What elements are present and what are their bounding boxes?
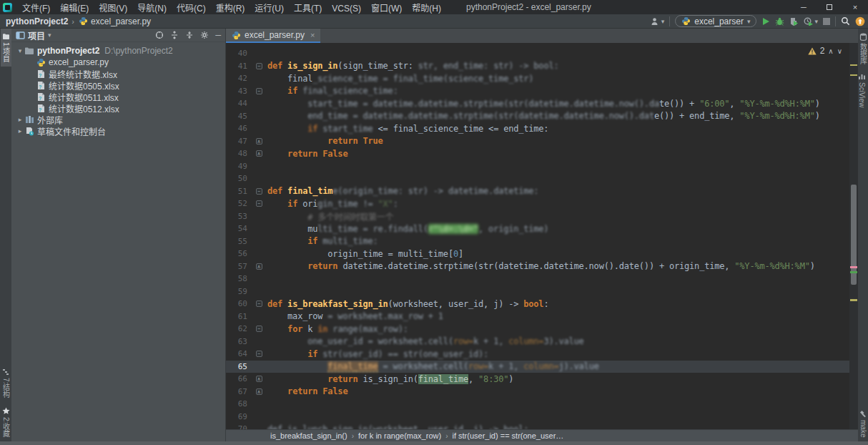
code-line[interactable]: 58: [226, 273, 849, 285]
run-button[interactable]: [761, 17, 770, 26]
code-line[interactable]: 70def is_lunch_sign_in(worksheet, user_i…: [226, 423, 849, 429]
code-line[interactable]: 68: [226, 398, 849, 411]
tool-window-button-database[interactable]: 数据库: [858, 29, 868, 69]
maximize-button[interactable]: [817, 0, 842, 14]
settings-gear-button[interactable]: [200, 31, 209, 39]
code-line[interactable]: 40: [226, 47, 849, 60]
next-problem-icon[interactable]: ∨: [837, 47, 842, 55]
fold-end-icon[interactable]: ∧: [250, 263, 267, 270]
select-opened-file-button[interactable]: [155, 31, 164, 39]
breadcrumb-item[interactable]: if str(user_id) == str(one_user…: [452, 431, 563, 440]
prev-problem-icon[interactable]: ∧: [828, 47, 833, 55]
tab-close-icon[interactable]: ×: [310, 31, 315, 39]
tree-item-______.xlsx[interactable]: ?最终统计数据.xlsx: [11, 68, 225, 79]
breadcrumb-project[interactable]: pythonProject2: [6, 16, 68, 26]
breadcrumb-item[interactable]: is_breakfast_sign_in(): [270, 431, 347, 440]
vcs-user-button[interactable]: ▾: [651, 17, 665, 26]
menu-item-e[interactable]: 编辑(E): [55, 2, 94, 15]
code-line-current[interactable]: 65 final_time = worksheet.cell(row=k + 1…: [226, 361, 849, 373]
tool-window-button-structure[interactable]: 7:结构: [1, 364, 11, 402]
code-line[interactable]: 63 one_user_id = worksheet.cell(row=k + …: [226, 336, 849, 348]
minimize-button[interactable]: ─: [791, 0, 817, 14]
tool-window-button-favorites[interactable]: 2:收藏: [1, 403, 11, 441]
code-line[interactable]: 42 final_science_time = final_time(scien…: [226, 72, 849, 85]
code-line[interactable]: 49: [226, 160, 849, 173]
close-button[interactable]: ×: [842, 0, 868, 14]
code-line[interactable]: 69: [226, 411, 849, 424]
tree-item-excel_parser.py[interactable]: excel_parser.py: [11, 57, 225, 68]
code-line[interactable]: 52− if origin_time != "X":: [226, 197, 849, 210]
code-line[interactable]: 64− if str(user_id) == str(one_user_id):: [226, 348, 849, 361]
debug-button[interactable]: [775, 17, 784, 26]
code-line[interactable]: 56 origin_time = multi_time[0]: [226, 248, 849, 260]
menu-item-vcss[interactable]: VCS(S): [327, 2, 366, 15]
breadcrumb-file[interactable]: excel_parser.py: [91, 16, 151, 26]
code-line[interactable]: 60−def is_breakfast_sign_in(worksheet, u…: [226, 298, 849, 310]
code-line[interactable]: 61 max_row = worksheet.max_row + 1: [226, 310, 849, 323]
fold-collapse-icon[interactable]: −: [250, 63, 267, 69]
fold-end-icon[interactable]: ∧: [250, 138, 267, 145]
fold-collapse-icon[interactable]: −: [250, 326, 267, 332]
tree-item-________[interactable]: ▸草稿文件和控制台: [11, 125, 225, 137]
tree-item-____0511.xlsx[interactable]: ?统计数据0511.xlsx: [11, 91, 225, 102]
code-line[interactable]: 41−def is_sign_in(sign_time_str: str, en…: [226, 60, 849, 73]
stop-button[interactable]: [823, 18, 830, 25]
update-notification-button[interactable]: [855, 16, 865, 26]
menu-item-v[interactable]: 视图(V): [94, 2, 132, 15]
menu-item-r[interactable]: 重构(R): [211, 2, 250, 15]
menu-item-c[interactable]: 代码(C): [172, 2, 211, 15]
code-line[interactable]: 43− if final_science_time:: [226, 85, 849, 98]
chevron-collapsed-icon[interactable]: ▸: [16, 116, 24, 123]
code-line[interactable]: 59: [226, 285, 849, 298]
code-line[interactable]: 50: [226, 172, 849, 185]
tree-item-___[interactable]: ▸外部库: [11, 114, 225, 125]
fold-end-icon[interactable]: ∧: [250, 376, 267, 382]
run-with-coverage-button[interactable]: [789, 17, 799, 26]
collapse-all-button[interactable]: [185, 31, 194, 39]
fold-end-icon[interactable]: ∧: [250, 388, 267, 395]
profiler-button[interactable]: ▾: [804, 17, 818, 26]
scrollbar-thumb[interactable]: [851, 185, 857, 285]
menu-item-t[interactable]: 工具(T): [289, 2, 327, 15]
tree-item-____0505.xlsx[interactable]: ?统计数据0505.xlsx: [11, 79, 225, 91]
error-stripe-mark[interactable]: [850, 64, 857, 66]
menu-item-f[interactable]: 文件(F): [17, 2, 55, 15]
fold-collapse-icon[interactable]: −: [250, 300, 267, 307]
code-line[interactable]: 45 end_time = datetime.datetime.strptime…: [226, 110, 849, 123]
menu-item-n[interactable]: 导航(N): [132, 2, 172, 15]
fold-collapse-icon[interactable]: −: [250, 88, 267, 94]
code-line[interactable]: 51−def final_time(origin_time: str) -> d…: [226, 185, 849, 198]
project-panel-title[interactable]: 项目: [28, 29, 45, 41]
tool-window-button-make[interactable]: make: [859, 406, 867, 441]
code-line[interactable]: 66∧ return is_sign_in(final_time, "8:30"…: [226, 373, 849, 386]
error-stripe-mark[interactable]: [850, 299, 857, 301]
menu-item-h[interactable]: 帮助(H): [407, 2, 446, 15]
search-everywhere-button[interactable]: [841, 16, 850, 26]
code-line[interactable]: 48∧ return False: [226, 147, 849, 160]
code-line[interactable]: 47∧ return True: [226, 135, 849, 148]
code-line[interactable]: 54 multi_time = re.findall(r"\d+:\d+", o…: [226, 222, 849, 235]
code-line[interactable]: 53 # 多个时间时取第一个: [226, 210, 849, 223]
hide-panel-button[interactable]: ─: [215, 31, 221, 39]
code-editor[interactable]: 4041−def is_sign_in(sign_time_str: str, …: [226, 43, 849, 429]
code-line[interactable]: 62− for k in range(max_row):: [226, 323, 849, 336]
code-line[interactable]: 57∧ return datetime.datetime.strptime(st…: [226, 260, 849, 273]
tab-excel-parser[interactable]: excel_parser.py ×: [226, 29, 320, 43]
code-line[interactable]: 55 if multi_time:: [226, 235, 849, 248]
code-line[interactable]: 67∧ return False: [226, 386, 849, 398]
tree-item-pythonProject2[interactable]: ▾pythonProject2D:\pythonProject2: [11, 45, 225, 57]
fold-collapse-icon[interactable]: −: [250, 200, 267, 207]
menu-item-u[interactable]: 运行(U): [250, 2, 289, 15]
error-stripe-mark[interactable]: [850, 266, 857, 268]
fold-collapse-icon[interactable]: −: [250, 188, 267, 195]
inspection-widget[interactable]: 2 ∧ ∨: [808, 46, 842, 56]
menu-item-w[interactable]: 窗口(W): [366, 2, 407, 15]
expand-all-button[interactable]: [170, 31, 179, 39]
code-line[interactable]: 46 if start_time <= final_science_time <…: [226, 122, 849, 135]
chevron-expanded-icon[interactable]: ▾: [16, 47, 24, 54]
error-stripe-mark[interactable]: [850, 74, 857, 76]
code-line[interactable]: 44 start_time = datetime.datetime.strpti…: [226, 97, 849, 110]
chevron-collapsed-icon[interactable]: ▸: [16, 127, 24, 135]
tool-window-button-project[interactable]: 1:项目: [1, 29, 11, 67]
editor-scrollbar[interactable]: [849, 43, 858, 429]
